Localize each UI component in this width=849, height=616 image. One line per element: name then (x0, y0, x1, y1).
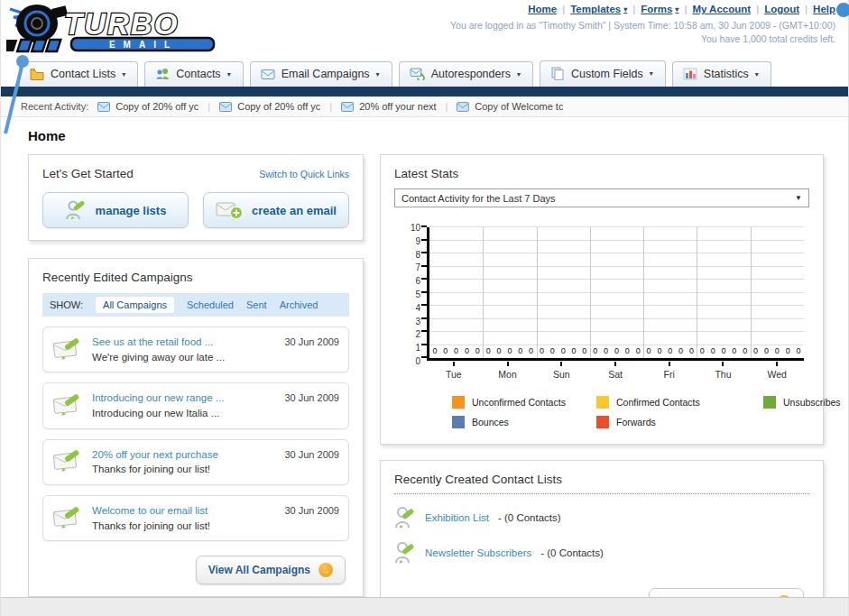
y-axis-tick-label: 2 (415, 329, 420, 339)
chart-value-group: 00000 (697, 346, 750, 355)
x-axis-tick-label: Wed (750, 362, 804, 380)
chevron-down-icon: ▾ (227, 70, 231, 78)
chevron-down-icon: ▾ (122, 70, 125, 78)
envelope-edit-icon (52, 337, 83, 363)
chevron-down-icon: ▼ (795, 194, 802, 202)
main-content: Home Let's Get Started Switch to Quick L… (1, 117, 848, 616)
logo-text-secondary: EMAIL (109, 40, 178, 50)
contact-list-link[interactable]: Exhibition List (425, 512, 489, 523)
app-logo[interactable]: TURBO EMAIL (6, 2, 243, 58)
chart-value-group: 00000 (590, 346, 643, 355)
nav-link-forms[interactable]: Forms▾ (641, 4, 678, 14)
footer-strip (1, 597, 848, 616)
tab-label: Email Campaigns (281, 68, 370, 80)
chart-value-group: 00000 (483, 346, 536, 355)
contact-list-item: Newsletter Subscribers - (0 Contacts) (394, 540, 809, 565)
campaign-title-link[interactable]: Welcome to our email list (92, 503, 275, 519)
recent-activity-item[interactable]: Copy of 20% off yc (97, 101, 198, 112)
filter-scheduled[interactable]: Scheduled (187, 299, 234, 310)
campaign-subtitle: Introducing our new Italia ... (92, 406, 275, 421)
tab-statistics[interactable]: Statistics ▾ (672, 61, 771, 87)
recent-activity-item[interactable]: Copy of 20% off yc (219, 101, 320, 112)
nav-link-templates[interactable]: Templates▾ (570, 4, 627, 14)
chart-legend: Unconfirmed Contacts Confirmed Contacts … (452, 396, 804, 428)
recent-activity-item[interactable]: 20% off your next (341, 101, 436, 112)
filter-sent[interactable]: Sent (246, 299, 267, 310)
switch-quick-links-link[interactable]: Switch to Quick Links (259, 169, 349, 179)
legend-swatch (763, 396, 776, 409)
create-email-button[interactable]: create an email (203, 192, 349, 228)
filter-all-campaigns[interactable]: All Campaigns (96, 297, 174, 313)
y-axis-tick-label: 7 (415, 262, 420, 272)
manage-lists-button[interactable]: manage lists (42, 192, 189, 228)
nav-link-logout[interactable]: Logout (764, 4, 799, 14)
campaign-row[interactable]: Welcome to our email list Thanks for joi… (42, 495, 349, 541)
page: TURBO EMAIL Home | Templates▾ | Forms▾ |… (0, 0, 849, 616)
nav-separator: | (562, 4, 565, 14)
person-pencil-icon (65, 199, 87, 221)
arrow-right-icon: → (318, 563, 333, 577)
stats-report-select[interactable]: Contact Activity for the Last 7 Days ▼ (394, 188, 809, 207)
campaign-date: 30 Jun 2009 (284, 505, 339, 516)
campaign-row[interactable]: Introducing our new range ... Introducin… (42, 382, 349, 428)
stats-chart-plot: 00000000000000000000000000000000000 (427, 227, 804, 361)
campaign-title-link[interactable]: 20% off your next purchase (92, 447, 275, 463)
chart-value-group: 00000 (537, 346, 590, 355)
recent-activity-item[interactable]: Copy of Welcome tc (457, 101, 563, 112)
login-info: You are logged in as "Timothy Smith" | S… (450, 19, 835, 46)
contact-list-link[interactable]: Newsletter Subscribers (425, 547, 531, 558)
envelope-icon (219, 102, 232, 112)
envelope-edit-icon (52, 506, 83, 531)
campaigns-filter-bar: SHOW: All Campaigns Scheduled Sent Archi… (42, 293, 349, 317)
tab-email-campaigns[interactable]: Email Campaigns ▾ (250, 61, 392, 87)
campaign-subtitle: We're giving away our late ... (92, 350, 275, 365)
legend-item: Unsubscribes (763, 396, 841, 409)
tab-contact-lists[interactable]: Contact Lists ▾ (19, 61, 138, 87)
legend-item: Forwards (596, 416, 763, 428)
tab-label: Autoresponders (431, 68, 511, 80)
x-axis-tick-label: Tue (427, 362, 481, 380)
stats-report-selected-value: Contact Activity for the Last 7 Days (401, 193, 556, 204)
chevron-down-icon: ▾ (755, 70, 759, 78)
chart-value-group: 00000 (643, 346, 697, 355)
campaign-title-link[interactable]: Introducing our new range ... (92, 391, 275, 406)
y-axis-tick-label: 3 (415, 316, 420, 326)
nav-link-help[interactable]: Help (813, 4, 835, 14)
x-axis-tick-label: Sat (588, 362, 642, 380)
envelope-edit-icon (52, 449, 83, 474)
tab-label: Custom Fields (571, 68, 643, 80)
campaigns-title: Recently Edited Campaigns (42, 271, 349, 284)
campaign-row[interactable]: See us at the retail food ... We're givi… (42, 326, 349, 372)
help-bubble-icon[interactable] (836, 3, 849, 17)
nav-link-home[interactable]: Home (528, 4, 557, 14)
chart-value-group: 00000 (429, 346, 483, 355)
tab-label: Contact Lists (51, 68, 115, 80)
envelope-icon (97, 102, 110, 112)
legend-item: Bounces (452, 416, 596, 428)
chevron-down-icon: ▾ (623, 5, 627, 14)
turbo-email-logo-graphic: TURBO EMAIL (6, 2, 243, 54)
manage-lists-label: manage lists (96, 204, 167, 217)
campaign-subtitle: Thanks for joining our list! (92, 519, 275, 534)
logo-text-primary: TURBO (64, 7, 179, 41)
get-started-panel: Let's Get Started Switch to Quick Links … (28, 154, 364, 241)
header: TURBO EMAIL Home | Templates▾ | Forms▾ |… (1, 0, 848, 56)
campaign-title-link[interactable]: See us at the retail food ... (92, 335, 275, 350)
campaign-date: 30 Jun 2009 (284, 449, 339, 460)
nav-link-my-account[interactable]: My Account (692, 4, 751, 14)
show-label: SHOW: (50, 299, 83, 310)
campaign-row[interactable]: 20% off your next purchase Thanks for jo… (42, 439, 349, 485)
filter-archived[interactable]: Archived (280, 299, 318, 310)
tab-contacts[interactable]: Contacts ▾ (144, 61, 243, 87)
x-axis-tick-label: Sun (534, 362, 588, 380)
nav-separator: | (684, 4, 687, 14)
tab-custom-fields[interactable]: Custom Fields ▾ (540, 60, 666, 87)
view-all-campaigns-button[interactable]: View All Campaigns → (196, 556, 346, 584)
contact-lists-title: Recently Created Contact Lists (394, 473, 809, 494)
create-email-label: create an email (252, 204, 337, 217)
person-pencil-icon (394, 540, 416, 565)
tab-autoresponders[interactable]: Autoresponders ▾ (399, 61, 533, 87)
people-icon (155, 68, 170, 80)
y-axis-tick-label: 0 (415, 356, 420, 366)
folder-icon (30, 68, 44, 80)
